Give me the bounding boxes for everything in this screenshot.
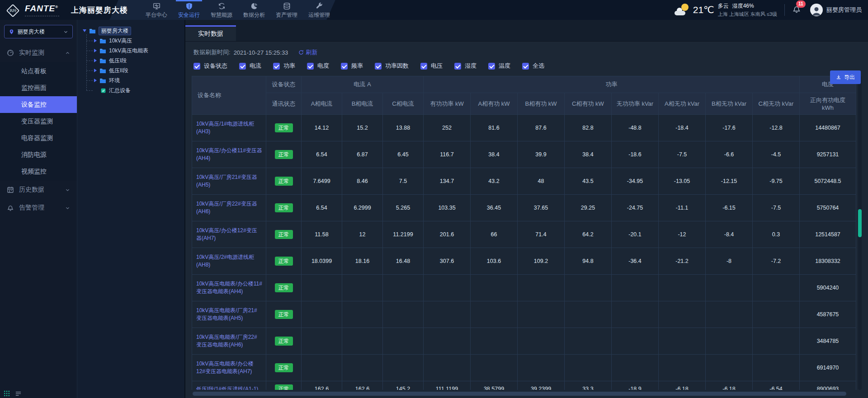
menu-item[interactable]: 视频监控 <box>0 163 77 180</box>
caret-collapsed-icon[interactable] <box>94 79 97 82</box>
horizontal-scrollbar-thumb[interactable] <box>193 392 846 396</box>
value-cell: 33.3 <box>565 381 612 390</box>
shield-icon <box>185 2 193 10</box>
value-cell <box>383 328 424 355</box>
device-link[interactable]: 10kV高压/办公楼11#变压器(AH4) <box>196 147 262 162</box>
value-cell: 87.6 <box>518 115 565 141</box>
grid-dots-icon[interactable] <box>4 391 9 396</box>
refresh-button[interactable]: 刷新 <box>298 48 317 56</box>
device-link[interactable]: 10kV高压/办公楼12#变压器(AH7) <box>196 227 262 242</box>
device-link[interactable]: 10kV高压电能表/办公楼11#变压器电能表(AH4) <box>196 280 262 295</box>
value-cell: 81.6 <box>471 115 518 141</box>
value-cell <box>342 275 383 301</box>
menu-group-history[interactable]: 历史数据 <box>0 181 77 199</box>
filter-label: 全选 <box>533 62 544 70</box>
filter-checkbox-2[interactable]: 功率 <box>273 62 295 70</box>
value-cell: -12.8 <box>753 115 800 141</box>
device-link[interactable]: 10kV高压/2#电源进线柜(AH8) <box>196 253 262 269</box>
status-badge: 正常 <box>275 257 293 266</box>
value-cell: 38.4 <box>471 141 518 168</box>
menu-item[interactable]: 变压器监测 <box>0 113 77 130</box>
value-cell <box>302 275 342 301</box>
device-link[interactable]: 10kV高压电能表/厂房21#变压器电能表(AH5) <box>196 307 262 322</box>
nav-item-ops[interactable]: 运维管理 <box>303 0 335 20</box>
tree-root-node[interactable]: 丽婴房大楼 <box>83 26 181 36</box>
menu-item[interactable]: 监控画面 <box>0 80 77 96</box>
column-sub-header: B相电流 <box>342 93 383 115</box>
nav-item-safety[interactable]: 安全运行 <box>173 0 205 20</box>
avatar[interactable] <box>810 4 823 16</box>
site-title: 上海丽婴房大楼 <box>71 5 128 15</box>
value-cell <box>518 328 565 355</box>
menu-group-label: 历史数据 <box>19 186 44 194</box>
column-sub-header: B相有功 kW <box>518 93 565 115</box>
filter-checkbox-4[interactable]: 频率 <box>341 62 363 70</box>
site-selector-label: 丽婴房大楼 <box>18 28 45 36</box>
tab-realtime-data[interactable]: 实时数据 <box>185 25 236 41</box>
vertical-scrollbar-thumb[interactable] <box>858 209 862 237</box>
device-link[interactable]: 10kV高压电能表/厂房22#变压器电能表(AH6) <box>196 333 262 349</box>
filter-checkbox-1[interactable]: 电流 <box>239 62 261 70</box>
device-link[interactable]: 10kV高压/厂房22#变压器(AH6) <box>196 200 262 215</box>
menu-group-alarm[interactable]: 告警管理 <box>0 199 77 217</box>
column-sub-header: A相无功 kVar <box>659 93 706 115</box>
device-name-cell: 10kV高压电能表/厂房22#变压器电能表(AH6) <box>192 328 266 355</box>
value-cell: 38.4 <box>565 141 612 168</box>
menu-item[interactable]: 设备监控 <box>0 96 77 113</box>
notifications-button[interactable]: 11 <box>792 5 801 15</box>
device-link[interactable]: 10kV高压电能表/办公楼12#变压器电能表(AH7) <box>196 360 262 375</box>
caret-collapsed-icon[interactable] <box>94 49 97 52</box>
value-cell <box>753 328 800 355</box>
status-badge: 正常 <box>275 177 293 186</box>
device-link[interactable]: 10kV高压/厂房21#变压器(AH5) <box>196 173 262 189</box>
data-table-container: 设备名称设备状态电流 A功率电度通讯状态A相电流B相电流C相电流有功功率 kWA… <box>192 76 862 390</box>
value-cell <box>612 301 659 328</box>
device-link[interactable]: 低压I段/1#低压进线(A1-1) <box>196 385 258 390</box>
tree-node[interactable]: 低压II段 <box>94 66 181 75</box>
export-button[interactable]: 导出 <box>830 70 861 84</box>
value-cell: 14480867 <box>800 115 856 141</box>
filter-checkbox-9[interactable]: 全选 <box>522 62 544 70</box>
caret-collapsed-icon[interactable] <box>94 59 97 62</box>
filter-checkbox-5[interactable]: 功率因数 <box>375 62 409 70</box>
column-group-header: 功率 <box>424 76 800 93</box>
table-row: 10kV高压/2#电源进线柜(AH8)正常18.039918.1616.4830… <box>192 248 856 275</box>
menu-item[interactable]: 电容器监测 <box>0 130 77 146</box>
tree-node[interactable]: 10kV高压电能表 <box>94 46 181 56</box>
menu-group-realtime[interactable]: 实时监测 <box>0 44 77 62</box>
value-cell: -21.2 <box>659 248 706 275</box>
brand-tagline <box>25 14 59 16</box>
tree-leaf-node[interactable]: 汇总设备 <box>94 85 181 95</box>
filter-checkbox-6[interactable]: 电压 <box>420 62 443 70</box>
filter-checkbox-7[interactable]: 湿度 <box>454 62 476 70</box>
device-name-cell: 10kV高压电能表/办公楼12#变压器电能表(AH7) <box>192 355 266 381</box>
user-name[interactable]: 丽婴房管理员 <box>826 6 862 14</box>
table-row: 10kV高压/厂房21#变压器(AH5)正常7.64998.467.5134.7… <box>192 168 856 195</box>
tree-node[interactable]: 环境 <box>94 75 181 85</box>
nav-item-energy[interactable]: 智慧能源 <box>205 0 238 20</box>
export-label: 导出 <box>844 74 855 81</box>
nav-item-asset[interactable]: 资产管理 <box>270 0 303 20</box>
caret-collapsed-icon[interactable] <box>94 39 97 42</box>
site-selector[interactable]: 丽婴房大楼 <box>4 25 73 38</box>
nav-item-label: 平台中心 <box>146 11 167 19</box>
filter-checkbox-3[interactable]: 电度 <box>307 62 329 70</box>
nav-item-platform[interactable]: 平台中心 <box>140 0 173 20</box>
tree-node-label: 低压I段 <box>109 57 127 65</box>
caret-expanded-icon[interactable] <box>83 29 86 32</box>
status-cell: 正常 <box>266 355 302 381</box>
tree-node[interactable]: 低压I段 <box>94 56 181 66</box>
menu-item[interactable]: 消防电源 <box>0 146 77 163</box>
filter-label: 电压 <box>431 62 443 70</box>
device-link[interactable]: 10kV高压/1#电源进线柜(AH3) <box>196 120 262 136</box>
filter-checkbox-8[interactable]: 温度 <box>488 62 510 70</box>
menu-item[interactable]: 站点看板 <box>0 63 77 80</box>
filter-checkbox-0[interactable]: 设备状态 <box>193 62 227 70</box>
nav-item-analysis[interactable]: 数据分析 <box>238 0 270 20</box>
nav-item-label: 安全运行 <box>178 11 200 19</box>
value-cell: -7.5 <box>753 195 800 221</box>
caret-collapsed-icon[interactable] <box>94 69 97 72</box>
list-icon[interactable] <box>15 391 21 396</box>
tree-node[interactable]: 10kV高压 <box>94 36 181 46</box>
chevron-down-icon <box>65 206 70 211</box>
